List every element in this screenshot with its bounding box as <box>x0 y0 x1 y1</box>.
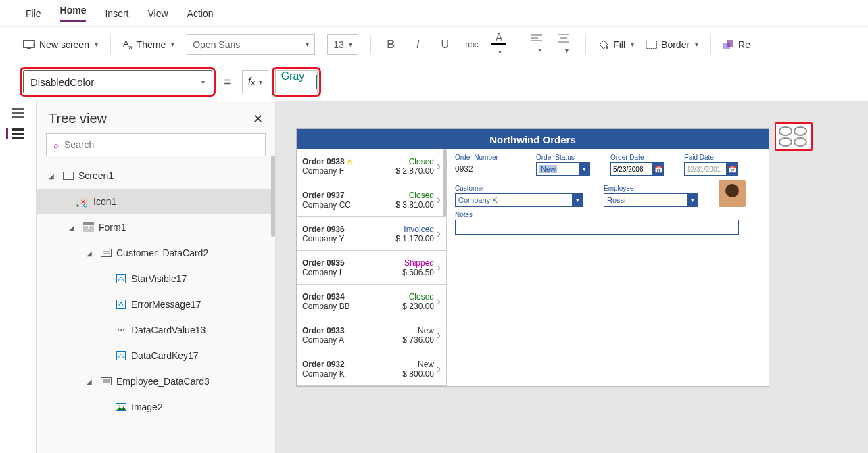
formula-input[interactable]: Gray <box>276 70 316 93</box>
order-row[interactable]: Order 0938⚠Company F Closed$ 2,870.00 › <box>297 149 446 183</box>
order-row[interactable]: Order 0937Company CC Closed$ 3,810.00 › <box>297 183 446 217</box>
underline-icon[interactable]: U <box>437 39 452 51</box>
formula-bar: DisabledColor▾ = fx▾ Gray <box>0 62 868 101</box>
order-row[interactable]: Order 0935Company I Shipped$ 606.50 › <box>297 251 446 285</box>
chevron-right-icon: › <box>437 193 441 207</box>
order-gallery[interactable]: Order 0938⚠Company F Closed$ 2,870.00 ›O… <box>297 149 447 386</box>
tree-node-dck[interactable]: DataCardKey17 <box>37 343 275 368</box>
menu-file[interactable]: File <box>26 8 41 19</box>
svg-rect-17 <box>12 133 24 135</box>
svg-point-9 <box>606 46 608 49</box>
chevron-right-icon: › <box>437 159 441 173</box>
menu-view[interactable]: View <box>147 8 168 19</box>
svg-rect-18 <box>12 137 24 139</box>
svg-point-38 <box>118 405 120 407</box>
gallery-scrollbar[interactable] <box>443 149 447 217</box>
svg-rect-20 <box>83 222 94 225</box>
tree-node-customer-dc[interactable]: ◢ Customer_DataCard2 <box>37 240 275 266</box>
svg-point-31 <box>120 329 122 331</box>
tree-scrollbar[interactable] <box>271 156 275 237</box>
font-size-select[interactable]: 13▾ <box>327 34 358 55</box>
menu-action[interactable]: Action <box>187 8 214 19</box>
border-icon <box>646 41 657 49</box>
menu-insert[interactable]: Insert <box>105 8 128 19</box>
tree-list: ◢ Screen1 ✕♡+↻ Icon1 ◢ Form1 ◢ <box>37 163 275 440</box>
canvas: Northwind Orders Order 0938⚠Company F Cl… <box>276 101 868 453</box>
tree-node-errmsg[interactable]: ErrorMessage17 <box>37 291 275 317</box>
tree-node-starvisible[interactable]: StarVisible17 <box>37 266 275 291</box>
menu-home[interactable]: Home <box>60 5 87 22</box>
order-date-picker[interactable]: 📅 <box>610 162 664 176</box>
svg-rect-33 <box>117 352 126 360</box>
tree-node-icon1[interactable]: ✕♡+↻ Icon1 <box>37 189 275 214</box>
menubar: File Home Insert View Action <box>0 0 868 27</box>
chevron-right-icon: › <box>437 328 441 342</box>
close-icon[interactable]: ✕ <box>253 112 263 126</box>
bold-icon[interactable]: B <box>383 39 398 51</box>
align-icon[interactable]: ▾ <box>531 34 546 55</box>
svg-rect-23 <box>83 229 94 232</box>
employee-label: Employee <box>604 185 698 192</box>
notes-label: Notes <box>455 211 761 218</box>
order-row[interactable]: Order 0934Company BB Closed$ 230.00 › <box>297 285 446 318</box>
chevron-right-icon: › <box>437 362 441 376</box>
chevron-right-icon: › <box>437 260 441 275</box>
svg-rect-34 <box>101 378 112 385</box>
app-preview: Northwind Orders Order 0938⚠Company F Cl… <box>296 128 769 387</box>
search-icon: ⌕ <box>53 140 59 150</box>
fill-icon <box>598 39 609 50</box>
order-status-select[interactable]: New▾ <box>536 162 590 176</box>
svg-rect-19 <box>64 172 74 180</box>
tree-view-icon[interactable] <box>6 128 24 139</box>
customer-select[interactable]: Company K▾ <box>455 193 583 207</box>
border-button[interactable]: Border▾ <box>646 39 698 50</box>
screen-icon: + <box>23 40 35 49</box>
tree-node-employee-dc[interactable]: ◢ Employee_DataCard3 <box>37 368 275 394</box>
ribbon: + New screen▾ Aa Theme▾ Open Sans▾ 13▾ B… <box>0 27 868 62</box>
font-family-select[interactable]: Open Sans▾ <box>187 34 315 55</box>
tree-view-pane: Tree view ✕ ⌕ ◢ Screen1 ✕♡+↻ Icon1 <box>37 101 276 453</box>
tree-node-form1[interactable]: ◢ Form1 <box>37 214 275 240</box>
strikethrough-icon[interactable]: abc <box>464 40 479 49</box>
svg-rect-28 <box>117 300 126 309</box>
order-row[interactable]: Order 0936Company Y Invoiced$ 1,170.00 › <box>297 217 446 251</box>
order-row[interactable]: Order 0932Company K New$ 800.00 › <box>297 352 446 386</box>
italic-icon[interactable]: I <box>410 39 425 51</box>
property-selector[interactable]: DisabledColor▾ <box>23 70 212 93</box>
tree-node-dcv[interactable]: DataCardValue13 <box>37 317 275 343</box>
svg-rect-12 <box>727 40 733 47</box>
notes-input[interactable] <box>455 220 739 235</box>
order-row[interactable]: Order 0933Company A New$ 736.00 › <box>297 318 446 352</box>
order-number-label: Order Number <box>455 153 516 161</box>
tree-node-image2[interactable]: Image2 <box>37 394 275 420</box>
icon-glyph: ✕♡+↻ <box>77 198 89 206</box>
order-form: Order Number 0932 Order Status New▾ Orde… <box>447 149 769 386</box>
theme-button[interactable]: Aa Theme▾ <box>123 39 174 51</box>
customer-label: Customer <box>455 185 583 192</box>
svg-rect-22 <box>89 226 94 229</box>
svg-rect-16 <box>12 128 24 131</box>
employee-select[interactable]: Rossi▾ <box>604 193 698 207</box>
app-title: Northwind Orders <box>297 129 769 149</box>
fill-button[interactable]: Fill▾ <box>598 39 634 50</box>
new-screen-button[interactable]: + New screen▾ <box>23 39 98 50</box>
font-color-icon[interactable]: A▾ <box>491 32 506 57</box>
paid-date-picker[interactable]: 📅 <box>684 162 738 176</box>
selection-handles[interactable] <box>775 122 813 151</box>
hamburger-icon[interactable] <box>12 108 24 118</box>
reorder-icon <box>723 40 734 49</box>
order-number-value: 0932 <box>455 162 516 174</box>
order-status-label: Order Status <box>536 153 590 161</box>
reorder-button[interactable]: Re <box>723 39 750 50</box>
tree-node-screen1[interactable]: ◢ Screen1 <box>37 163 275 189</box>
tree-search[interactable]: ⌕ <box>46 133 266 156</box>
search-input[interactable] <box>64 139 258 150</box>
chevron-right-icon: › <box>437 226 441 241</box>
equals-label: = <box>223 74 231 90</box>
valign-icon[interactable]: ▾ <box>558 34 573 55</box>
svg-rect-10 <box>647 41 657 48</box>
svg-point-30 <box>118 329 119 331</box>
formula-input-wrap[interactable]: Gray <box>275 70 318 93</box>
fx-button[interactable]: fx▾ <box>242 70 268 93</box>
svg-text:+: + <box>32 42 35 48</box>
